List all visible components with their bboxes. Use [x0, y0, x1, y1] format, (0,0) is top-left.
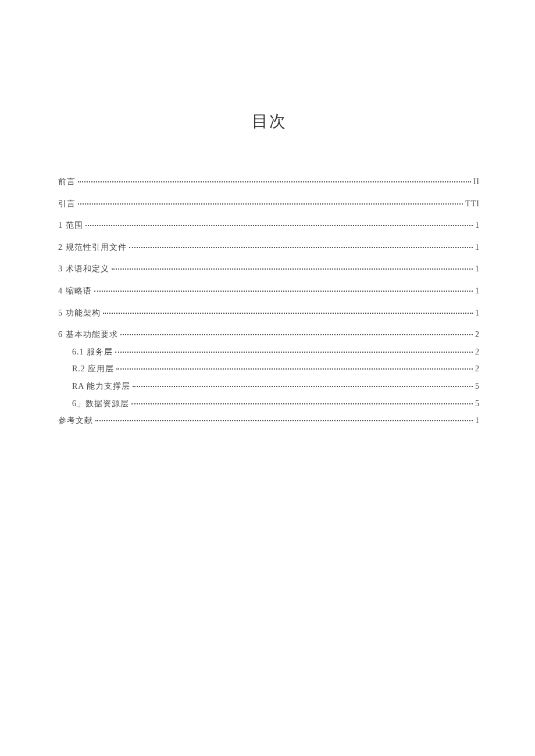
toc-entry: 参考文献 1: [58, 415, 480, 427]
toc-leader-dots: [120, 334, 473, 335]
toc-page-number: 5: [475, 398, 480, 410]
toc-label: 5 功能架构: [58, 307, 101, 319]
toc-page-number: 2: [475, 363, 480, 375]
toc-page-number: II: [473, 176, 480, 188]
toc-entry: 3 术语和定义 1: [58, 263, 480, 275]
toc-entry: 引言 TTI: [58, 198, 480, 210]
toc-subentry: R.2 应用层 2: [58, 363, 480, 375]
toc-page-number: 5: [475, 381, 480, 392]
toc-label: RA 能力支撑层: [72, 381, 130, 392]
toc-title: 目次: [58, 110, 480, 132]
toc-leader-dots: [85, 225, 473, 226]
toc-label: 引言: [58, 198, 76, 210]
toc-label: 6 基本功能要求: [58, 329, 118, 341]
toc-page-number: 1: [475, 263, 480, 275]
toc-leader-dots: [131, 403, 473, 404]
toc-entry: 4 缩略语 1: [58, 285, 480, 297]
toc-subentry: 6.1 服务层 2: [58, 346, 480, 358]
toc-label: 4 缩略语: [58, 285, 92, 297]
toc-page-number: 1: [475, 242, 480, 253]
toc-list-end: 参考文献 1: [58, 415, 480, 427]
toc-label: R.2 应用层: [72, 363, 114, 375]
toc-leader-dots: [115, 352, 473, 353]
toc-label: 参考文献: [58, 415, 93, 427]
toc-list: 前言 II 引言 TTI 1 范围 1 2 规范性引用文件 1 3 术语和定义 …: [58, 176, 480, 318]
toc-label: 6.1 服务层: [72, 346, 113, 358]
toc-page-number: 1: [475, 285, 480, 297]
toc-entry: 前言 II: [58, 176, 480, 188]
toc-page-number: 1: [475, 220, 480, 231]
toc-subentry: 6」数据资源层 5: [58, 398, 480, 410]
toc-leader-dots: [94, 291, 473, 292]
toc-page-number: TTI: [465, 198, 480, 210]
toc-leader-dots: [95, 420, 473, 421]
toc-leader-dots: [116, 368, 473, 370]
toc-entry: 5 功能架构 1: [58, 307, 480, 319]
toc-label: 2 规范性引用文件: [58, 242, 127, 253]
toc-list-section-6: 6 基本功能要求 2 6.1 服务层 2 R.2 应用层 2 RA 能力支撑层 …: [58, 329, 480, 409]
toc-page-number: 1: [475, 307, 480, 319]
toc-label: 前言: [58, 176, 76, 188]
toc-page-number: 2: [475, 346, 480, 358]
toc-leader-dots: [78, 203, 463, 205]
toc-entry: 6 基本功能要求 2: [58, 329, 480, 341]
toc-page-number: 2: [475, 329, 480, 341]
toc-entry: 1 范围 1: [58, 220, 480, 231]
toc-subentry: RA 能力支撑层 5: [58, 381, 480, 392]
toc-label: 1 范围: [58, 220, 83, 231]
document-page: 目次 前言 II 引言 TTI 1 范围 1 2 规范性引用文件 1 3 术语和…: [0, 0, 535, 427]
toc-label: 6」数据资源层: [72, 398, 129, 410]
toc-leader-dots: [112, 268, 473, 270]
toc-entry: 2 规范性引用文件 1: [58, 242, 480, 253]
toc-leader-dots: [103, 313, 473, 314]
toc-leader-dots: [133, 386, 473, 387]
toc-page-number: 1: [475, 415, 480, 427]
toc-label: 3 术语和定义: [58, 263, 109, 275]
toc-leader-dots: [129, 247, 473, 248]
toc-leader-dots: [78, 181, 471, 182]
